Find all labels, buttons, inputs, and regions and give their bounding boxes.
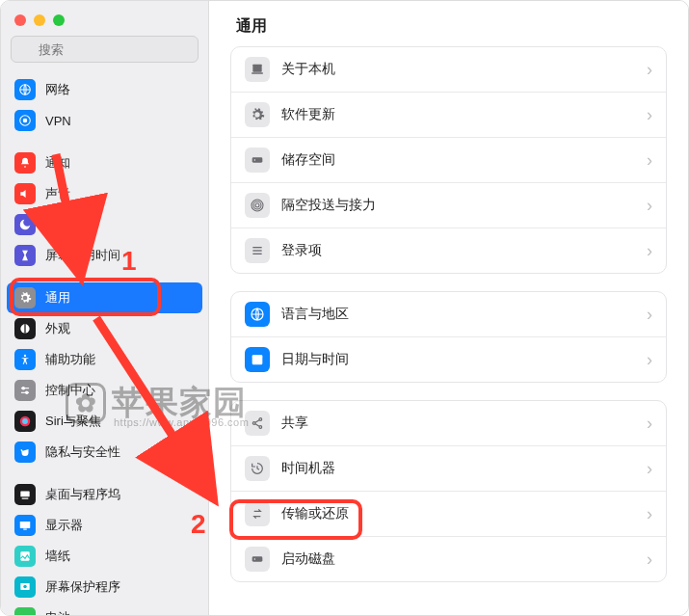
battery-icon — [14, 607, 36, 615]
settings-row-login[interactable]: 登录项› — [231, 228, 666, 273]
sidebar-item-screentime[interactable]: 屏幕使用时间 — [7, 240, 202, 271]
settings-row-label: 关于本机 — [281, 61, 635, 78]
siri-icon — [14, 411, 36, 432]
switches-icon — [14, 380, 36, 401]
appearance-icon — [14, 318, 36, 339]
globe-icon — [14, 79, 36, 100]
chevron-right-icon: › — [647, 150, 652, 171]
main-content[interactable]: 关于本机›软件更新›储存空间›隔空投送与接力›登录项›语言与地区›日期与时间›共… — [209, 46, 688, 615]
chevron-right-icon: › — [647, 549, 652, 570]
sidebar-item-privacy[interactable]: 隐私与安全性 — [7, 437, 202, 468]
settings-row-timemachine[interactable]: 时间机器› — [231, 445, 666, 491]
settings-row-transfer[interactable]: 传输或还原› — [231, 491, 666, 536]
sidebar-item-label: VPN — [45, 114, 71, 128]
sidebar-item-appearance[interactable]: 外观 — [7, 313, 202, 344]
svg-point-25 — [254, 159, 255, 160]
settings-row-storage[interactable]: 储存空间› — [231, 137, 666, 182]
disk-icon — [245, 547, 270, 572]
airdrop-icon — [245, 193, 270, 218]
sidebar-item-label: 桌面与程序坞 — [45, 486, 120, 503]
sidebar-item-sound[interactable]: 声音 — [7, 178, 202, 209]
globe-icon — [245, 302, 270, 327]
settings-row-language[interactable]: 语言与地区› — [231, 292, 666, 336]
vpn-icon — [14, 110, 36, 131]
list-icon — [245, 238, 270, 263]
sidebar-item-label: 外观 — [45, 320, 70, 337]
sidebar-item-network[interactable]: 网络 — [7, 74, 202, 105]
settings-row-label: 日期与时间 — [281, 351, 635, 368]
sidebar-item-label: 屏幕使用时间 — [45, 247, 120, 264]
settings-row-datetime[interactable]: 日期与时间› — [231, 336, 666, 382]
sidebar-item-label: 隐私与安全性 — [45, 443, 120, 461]
chevron-right-icon: › — [647, 350, 652, 370]
settings-row-label: 传输或还原 — [281, 505, 635, 522]
svg-rect-13 — [20, 492, 29, 497]
svg-rect-14 — [22, 498, 29, 499]
sidebar-item-label: 控制中心 — [45, 382, 95, 399]
display-icon — [14, 515, 36, 536]
svg-rect-29 — [252, 247, 261, 248]
svg-rect-15 — [20, 522, 31, 528]
sidebar-item-label: 屏幕保护程序 — [45, 578, 120, 596]
gear-icon — [14, 287, 36, 308]
close-window-button[interactable] — [14, 14, 26, 26]
calendar-icon — [245, 347, 270, 372]
transfer-icon — [245, 501, 270, 526]
svg-point-4 — [23, 119, 27, 122]
chevron-right-icon: › — [647, 241, 652, 261]
svg-point-35 — [252, 422, 255, 425]
hand-icon — [14, 442, 36, 463]
page-title: 通用 — [209, 1, 688, 46]
sidebar-item-focus[interactable]: 专注模式 — [7, 209, 202, 240]
sidebar-item-vpn[interactable]: VPN — [7, 105, 202, 136]
svg-point-8 — [22, 388, 24, 389]
sidebar-item-controlcenter[interactable]: 控制中心 — [7, 375, 202, 406]
sidebar-item-dock[interactable]: 桌面与程序坞 — [7, 479, 202, 510]
sidebar-item-siri[interactable]: Siri与聚焦 — [7, 406, 202, 437]
search-input[interactable] — [11, 36, 199, 63]
sidebar-item-accessibility[interactable]: 辅助功能 — [7, 344, 202, 375]
chevron-right-icon: › — [647, 504, 652, 524]
svg-point-39 — [254, 558, 255, 559]
gear-icon — [245, 102, 270, 127]
main-pane: 通用 关于本机›软件更新›储存空间›隔空投送与接力›登录项›语言与地区›日期与时… — [209, 1, 688, 615]
svg-point-6 — [24, 355, 26, 357]
disk-icon — [245, 147, 270, 173]
settings-row-label: 储存空间 — [281, 151, 635, 169]
zoom-window-button[interactable] — [53, 14, 65, 26]
minimize-window-button[interactable] — [34, 14, 45, 26]
chevron-right-icon: › — [647, 414, 652, 434]
svg-rect-24 — [252, 157, 263, 162]
settings-row-startup[interactable]: 启动磁盘› — [231, 536, 666, 581]
settings-row-about[interactable]: 关于本机› — [231, 47, 666, 92]
screensaver-icon — [14, 576, 36, 598]
accessibility-icon — [14, 349, 36, 370]
sidebar-list[interactable]: 网络VPN通知声音专注模式屏幕使用时间通用外观辅助功能控制中心Siri与聚焦隐私… — [1, 70, 208, 615]
settings-row-sharing[interactable]: 共享› — [231, 401, 666, 445]
chevron-right-icon: › — [647, 60, 652, 80]
settings-row-label: 软件更新 — [281, 106, 635, 123]
sidebar-item-displays[interactable]: 显示器 — [7, 510, 202, 541]
sidebar-item-general[interactable]: 通用 — [7, 282, 202, 313]
sidebar-item-label: 显示器 — [45, 517, 83, 534]
sidebar-item-battery[interactable]: 电池 — [7, 603, 202, 615]
speaker-icon — [14, 183, 36, 204]
chevron-right-icon: › — [647, 105, 652, 125]
settings-row-label: 时间机器 — [281, 460, 635, 477]
wallpaper-icon — [14, 546, 36, 567]
sidebar-item-wallpaper[interactable]: 墙纸 — [7, 541, 202, 572]
settings-row-label: 隔空投送与接力 — [281, 197, 635, 214]
svg-point-19 — [23, 585, 27, 589]
svg-point-26 — [255, 203, 259, 207]
sidebar-item-screensaver[interactable]: 屏幕保护程序 — [7, 572, 202, 603]
sidebar-item-label: 电池 — [45, 609, 70, 615]
svg-point-36 — [259, 418, 262, 421]
svg-point-37 — [259, 426, 262, 429]
settings-row-airdrop[interactable]: 隔空投送与接力› — [231, 182, 666, 228]
chevron-right-icon: › — [647, 196, 652, 216]
settings-row-update[interactable]: 软件更新› — [231, 92, 666, 137]
share-icon — [245, 411, 270, 436]
chevron-right-icon: › — [647, 459, 652, 479]
sidebar-item-notifications[interactable]: 通知 — [7, 147, 202, 178]
svg-rect-38 — [252, 556, 263, 561]
